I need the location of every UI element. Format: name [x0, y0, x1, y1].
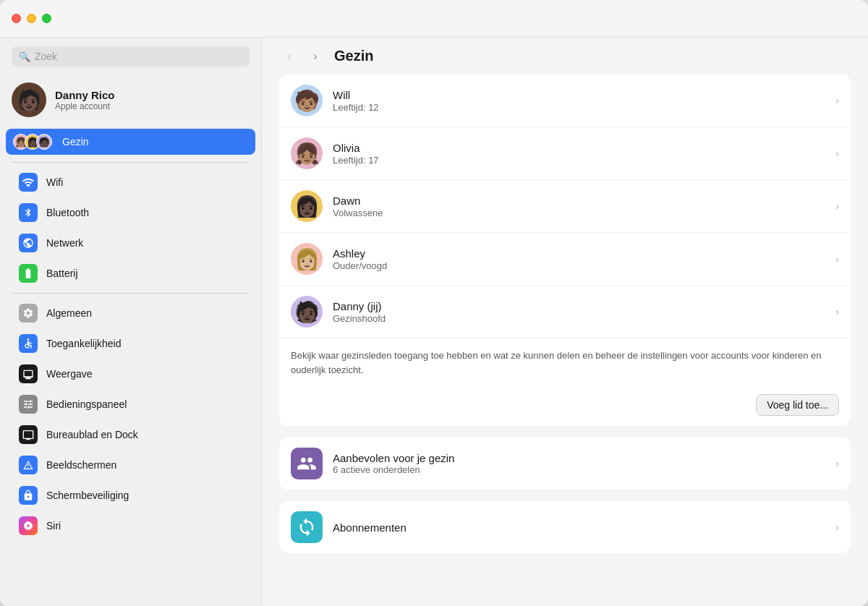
member-info-will: Will Leeftijd: 12 [333, 89, 825, 113]
chevron-dawn: › [835, 200, 839, 212]
sidebar-item-bluetooth[interactable]: Bluetooth [6, 198, 255, 227]
abonnement-icon [291, 511, 323, 543]
sidebar-item-gezin[interactable]: 👧🏽 👩🏿 🧑🏿 Gezin [6, 129, 255, 155]
chevron-ashley: › [835, 253, 839, 265]
account-name: Danny Rico [55, 89, 115, 101]
svg-point-0 [27, 338, 30, 341]
member-name-will: Will [333, 89, 825, 101]
recommend-row[interactable]: Aanbevolen voor je gezin 6 actieve onder… [279, 438, 851, 490]
sidebar-item-siri-label: Siri [46, 520, 61, 532]
info-text: Bekijk waar gezinsleden toegang toe hebb… [279, 338, 851, 387]
main-content: ‹ › Gezin 🧒🏽 Will Leeftijd: 12 › [262, 38, 868, 606]
account-subtitle: Apple account [55, 101, 115, 111]
sidebar-item-algemeen-label: Algemeen [46, 307, 92, 319]
sidebar-item-battery[interactable]: Batterij [6, 259, 255, 288]
recommend-info: Aanbevolen voor je gezin 6 actieve onder… [333, 452, 825, 475]
sidebar-item-bureaubladendock-label: Bureaublad en Dock [46, 429, 138, 440]
weergave-icon [19, 364, 38, 383]
sidebar-item-network[interactable]: Netwerk [6, 229, 255, 257]
member-name-ashley: Ashley [333, 247, 825, 260]
sidebar: 🔍 Zoek 🧑🏿 Danny Rico Apple account 👧🏽 👩🏿… [0, 38, 262, 606]
gezin-avatars: 👧🏽 👩🏿 🧑🏿 [13, 134, 52, 150]
sidebar-item-algemeen[interactable]: Algemeen [6, 299, 255, 328]
member-name-olivia: Olivia [333, 142, 825, 154]
member-avatar-danny: 🧑🏿 [291, 296, 323, 328]
algemeen-icon [19, 304, 38, 323]
abonnement-row[interactable]: Abonnementen › [279, 501, 851, 553]
search-placeholder: Zoek [35, 51, 57, 62]
bedieningspaneel-icon [19, 395, 38, 414]
member-info-danny: Danny (jij) Gezinshoofd [333, 300, 825, 324]
member-avatar-will: 🧒🏽 [291, 85, 323, 116]
close-button[interactable] [12, 14, 21, 23]
sidebar-item-network-label: Netwerk [46, 237, 83, 249]
member-avatar-dawn: 👩🏿 [291, 190, 323, 222]
account-section[interactable]: 🧑🏿 Danny Rico Apple account [0, 75, 261, 126]
member-row-danny[interactable]: 🧑🏿 Danny (jij) Gezinshoofd › [279, 286, 851, 338]
search-icon: 🔍 [19, 51, 30, 62]
add-member-button[interactable]: Voeg lid toe... [756, 394, 839, 416]
abonnement-card: Abonnementen › [279, 501, 851, 553]
abonnement-name: Abonnementen [333, 521, 825, 534]
member-row-olivia[interactable]: 👧🏽 Olivia Leeftijd: 17 › [279, 127, 851, 180]
sidebar-item-toegankelijkheid[interactable]: Toegankelijkheid [6, 329, 255, 358]
network-icon [19, 234, 38, 252]
member-row-ashley[interactable]: 👩🏼 Ashley Ouder/voogd › [279, 233, 851, 286]
bluetooth-icon [19, 203, 38, 222]
wifi-icon [19, 173, 38, 192]
sidebar-selected-label: Gezin [62, 136, 89, 148]
chevron-olivia: › [835, 148, 839, 159]
back-button[interactable]: ‹ [279, 49, 299, 64]
recommend-sub: 6 actieve onderdelen [333, 464, 825, 475]
page-title: Gezin [334, 48, 373, 64]
sidebar-item-schermbeveiliging-label: Schermbeveiliging [46, 490, 129, 501]
member-sub-dawn: Volwassene [333, 208, 825, 218]
add-btn-row: Voeg lid toe... [279, 387, 851, 426]
member-info-dawn: Dawn Volwassene [333, 195, 825, 218]
sidebar-item-beeldschermen-label: Beeldschermen [46, 459, 116, 471]
search-bar[interactable]: 🔍 Zoek [12, 46, 250, 67]
sidebar-item-bureaubladendock[interactable]: Bureaublad en Dock [6, 420, 255, 449]
sidebar-item-weergave[interactable]: Weergave [6, 359, 255, 388]
member-row-dawn[interactable]: 👩🏿 Dawn Volwassene › [279, 180, 851, 233]
chevron-abonnement: › [835, 521, 839, 533]
avatar: 🧑🏿 [12, 82, 46, 117]
sidebar-item-bedieningspaneel-label: Bedieningspaneel [46, 398, 127, 410]
recommend-card: Aanbevolen voor je gezin 6 actieve onder… [279, 438, 851, 490]
member-name-dawn: Dawn [333, 195, 825, 207]
sidebar-item-weergave-label: Weergave [46, 368, 93, 380]
sidebar-divider-1 [12, 162, 250, 163]
schermbeveiliging-icon [19, 486, 38, 505]
beeldschermen-icon [19, 456, 38, 474]
sidebar-item-bluetooth-label: Bluetooth [46, 207, 89, 218]
maximize-button[interactable] [42, 14, 51, 23]
sidebar-item-battery-label: Batterij [46, 268, 78, 279]
content-area: 🔍 Zoek 🧑🏿 Danny Rico Apple account 👧🏽 👩🏿… [0, 38, 868, 606]
sidebar-item-wifi[interactable]: Wifi [6, 168, 255, 197]
chevron-danny: › [835, 306, 839, 317]
member-info-ashley: Ashley Ouder/voogd [333, 247, 825, 271]
main-header: ‹ › Gezin [262, 38, 868, 74]
battery-icon [19, 264, 38, 283]
forward-button[interactable]: › [305, 49, 326, 64]
sidebar-item-bedieningspaneel[interactable]: Bedieningspaneel [6, 390, 255, 419]
member-sub-olivia: Leeftijd: 17 [333, 155, 825, 166]
member-row-will[interactable]: 🧒🏽 Will Leeftijd: 12 › [279, 74, 851, 127]
sidebar-item-schermbeveiliging[interactable]: Schermbeveiliging [6, 481, 255, 510]
member-avatar-olivia: 👧🏽 [291, 137, 323, 169]
member-name-danny: Danny (jij) [333, 300, 825, 312]
sidebar-item-wifi-label: Wifi [46, 176, 63, 188]
titlebar [0, 0, 868, 38]
sidebar-item-beeldschermen[interactable]: Beeldschermen [6, 451, 255, 479]
sidebar-divider-2 [12, 293, 250, 294]
recommend-name: Aanbevolen voor je gezin [333, 452, 825, 464]
recommend-icon [291, 448, 323, 479]
members-card: 🧒🏽 Will Leeftijd: 12 › 👧🏽 Olivia Leeftij… [279, 74, 851, 426]
toegankelijkheid-icon [19, 334, 38, 353]
sidebar-item-siri[interactable]: Siri [6, 511, 255, 540]
gezin-avatar-3: 🧑🏿 [36, 134, 52, 150]
traffic-lights [12, 14, 51, 23]
member-sub-will: Leeftijd: 12 [333, 102, 825, 113]
minimize-button[interactable] [27, 14, 36, 23]
account-info: Danny Rico Apple account [55, 89, 115, 111]
